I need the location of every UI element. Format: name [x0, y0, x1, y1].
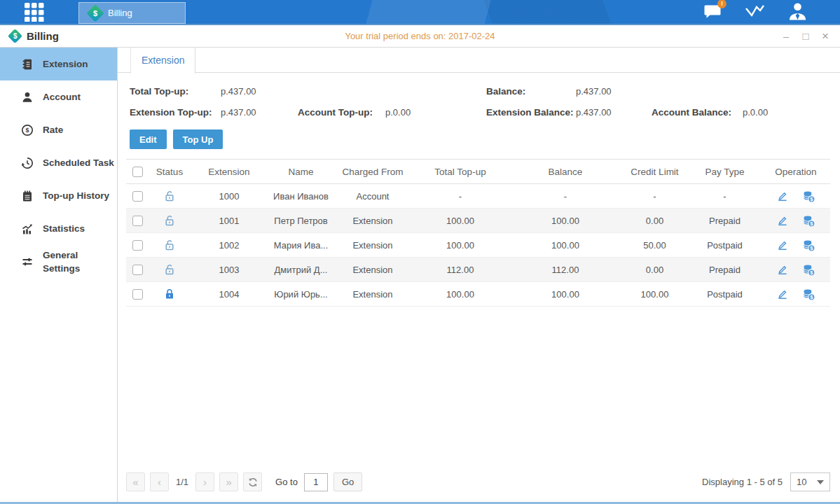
pay-type-cell: Prepaid — [688, 258, 762, 282]
prev-page-icon[interactable]: ‹ — [150, 472, 169, 491]
select-all-header — [126, 160, 149, 184]
extension-table-wrap: StatusExtensionNameCharged FromTotal Top… — [126, 159, 830, 307]
total-topup-cell: - — [411, 184, 509, 209]
topup-coins-icon[interactable]: $ — [802, 214, 815, 227]
col-header-extension: Extension — [191, 160, 268, 184]
sidebar-item-account[interactable]: Account — [0, 80, 117, 113]
credit-limit-cell: 50.00 — [621, 233, 688, 258]
row-checkbox[interactable] — [132, 240, 143, 251]
sliders-icon — [21, 255, 34, 268]
dollar-circle-icon: $ — [21, 124, 34, 136]
balance-cell: 100.00 — [509, 209, 621, 233]
maximize-icon[interactable] — [798, 29, 813, 44]
notifications-icon[interactable]: ! — [703, 3, 722, 23]
topup-coins-icon[interactable]: $ — [802, 239, 815, 252]
page-size-select[interactable]: 10 — [790, 472, 830, 491]
stats-icon — [21, 223, 34, 235]
select-all-checkbox[interactable] — [132, 167, 143, 177]
credit-limit-cell: 0.00 — [621, 209, 688, 233]
top-up-button[interactable]: Top Up — [173, 130, 223, 149]
sidebar-item-statistics[interactable]: Statistics — [0, 212, 117, 245]
topup-coins-icon[interactable]: $ — [802, 190, 815, 203]
row-checkbox[interactable] — [132, 191, 143, 202]
first-page-icon[interactable]: « — [126, 472, 145, 491]
page-size-value: 10 — [797, 477, 806, 487]
next-page-icon[interactable]: › — [195, 472, 214, 491]
locked-icon[interactable] — [149, 282, 191, 307]
sidebar-item-rate[interactable]: $ Rate — [0, 113, 117, 146]
unlocked-icon[interactable] — [149, 258, 191, 282]
svg-text:$: $ — [811, 294, 814, 300]
extension-table-body: 1000 Иван Иванов Account - - - - $ 1001 … — [126, 184, 830, 307]
operation-cell: $ — [762, 282, 830, 307]
topup-coins-icon[interactable]: $ — [802, 288, 815, 301]
extension-cell: 1000 — [191, 184, 268, 209]
row-checkbox[interactable] — [132, 289, 143, 300]
name-cell: Юрий Юрь... — [268, 282, 334, 307]
taskbar-billing-tab[interactable]: Billing — [78, 2, 186, 24]
credit-limit-cell: - — [621, 184, 688, 209]
sidebar-item-top-up-history[interactable]: Top-up History — [0, 179, 117, 212]
extension-table: StatusExtensionNameCharged FromTotal Top… — [126, 159, 830, 307]
sidebar-item-general-settings[interactable]: General Settings — [0, 245, 117, 278]
topbar-icons: ! — [703, 0, 808, 25]
svg-text:$: $ — [811, 270, 814, 276]
name-cell: Иван Иванов — [268, 184, 334, 209]
apps-grid-icon[interactable] — [25, 3, 44, 22]
unlocked-icon[interactable] — [149, 184, 191, 209]
col-header-charged-from: Charged From — [334, 160, 411, 184]
operation-cell: $ — [762, 209, 830, 233]
credit-limit-cell: 0.00 — [621, 258, 688, 282]
row-select-cell — [126, 233, 149, 258]
unlocked-icon[interactable] — [149, 233, 191, 258]
notification-badge: ! — [717, 0, 727, 8]
clock-icon — [21, 157, 34, 169]
goto-page-input[interactable] — [304, 473, 328, 491]
action-buttons: Edit Top Up — [118, 119, 840, 149]
user-account-icon[interactable] — [787, 1, 808, 24]
sidebar-item-scheduled-task[interactable]: Scheduled Task — [0, 146, 117, 179]
close-icon[interactable] — [818, 29, 833, 44]
line-chart-icon — [743, 2, 766, 23]
operation-cell: $ — [762, 258, 830, 282]
row-select-cell — [126, 258, 149, 282]
balance-cell: 100.00 — [509, 233, 621, 258]
table-row: 1001 Петр Петров Extension 100.00 100.00… — [126, 209, 830, 233]
go-button[interactable]: Go — [333, 472, 362, 491]
row-checkbox[interactable] — [132, 265, 143, 275]
edit-pencil-icon[interactable] — [776, 288, 789, 300]
table-row: 1004 Юрий Юрь... Extension 100.00 100.00… — [126, 282, 830, 307]
balance-value: p.437.00 — [576, 85, 652, 98]
tab-strip: Extension — [118, 48, 840, 73]
table-row: 1003 Дмитрий Д... Extension 112.00 112.0… — [126, 258, 830, 282]
col-header-balance: Balance — [509, 160, 621, 184]
window-controls — [778, 25, 833, 48]
account-topup-value: p.0.00 — [385, 106, 486, 119]
edit-pencil-icon[interactable] — [776, 214, 789, 227]
tab-extension[interactable]: Extension — [130, 48, 195, 74]
charged-from-cell: Extension — [334, 258, 411, 282]
edit-pencil-icon[interactable] — [776, 239, 789, 251]
edit-button[interactable]: Edit — [130, 130, 167, 149]
goto-label: Go to — [275, 477, 298, 487]
sidebar-item-extension[interactable]: Extension — [0, 48, 117, 80]
extension-cell: 1002 — [191, 233, 268, 258]
unlocked-icon[interactable] — [149, 209, 191, 233]
charged-from-cell: Account — [334, 184, 411, 209]
page-title: Billing — [27, 30, 59, 42]
account-balance-value: p.0.00 — [743, 106, 840, 119]
billing-window: Billing ! Billing Your trial period ends… — [0, 0, 840, 504]
operation-cell: $ — [762, 233, 830, 258]
monitor-chart-icon[interactable] — [743, 2, 766, 23]
total-topup-cell: 100.00 — [411, 233, 509, 258]
sidebar-item-label: Statistics — [43, 222, 85, 235]
edit-pencil-icon[interactable] — [776, 190, 789, 202]
last-page-icon[interactable]: » — [219, 472, 238, 491]
topup-coins-icon[interactable]: $ — [802, 263, 815, 276]
extension-cell: 1004 — [191, 282, 268, 307]
refresh-icon[interactable] — [243, 472, 262, 491]
row-checkbox[interactable] — [132, 216, 143, 226]
minimize-icon[interactable] — [778, 29, 794, 44]
edit-pencil-icon[interactable] — [776, 263, 789, 276]
col-header-pay-type: Pay Type — [688, 160, 762, 184]
